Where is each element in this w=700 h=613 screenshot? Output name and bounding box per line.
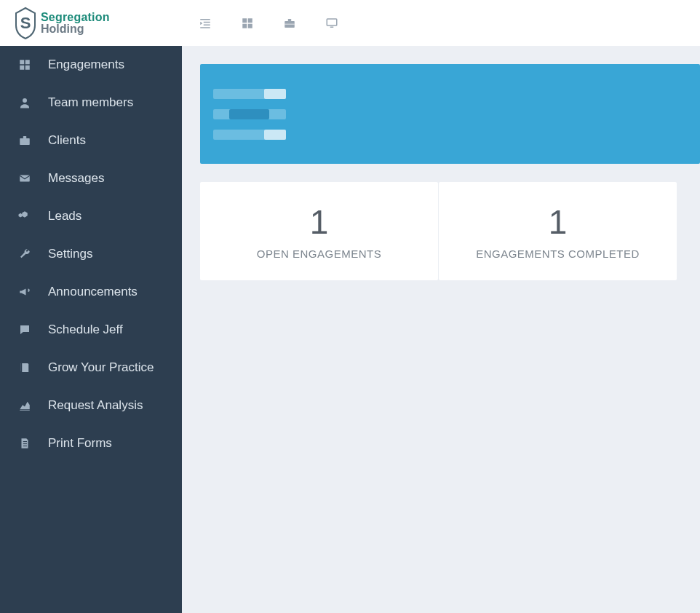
svg-rect-7 — [242, 23, 247, 28]
sidebar-item-team-members[interactable]: Team members — [0, 84, 182, 122]
sidebar-item-announcements[interactable]: Announcements — [0, 273, 182, 311]
document-icon — [17, 436, 32, 451]
header: S Segregation Holding — [0, 0, 700, 46]
svg-rect-21 — [20, 175, 30, 182]
stat-open-engagements: 1 OPEN ENGAGEMENTS — [200, 182, 438, 280]
sidebar-item-print-forms[interactable]: Print Forms — [0, 424, 182, 462]
wrench-icon — [17, 247, 32, 261]
logo[interactable]: S Segregation Holding — [13, 7, 110, 40]
svg-rect-12 — [327, 19, 337, 25]
svg-rect-10 — [288, 19, 292, 21]
brand-name-secondary: Holding — [41, 23, 110, 35]
svg-text:S: S — [20, 14, 31, 32]
svg-rect-2 — [204, 21, 210, 23]
hero-card — [200, 64, 700, 164]
sidebar-item-leads[interactable]: Leads — [0, 197, 182, 235]
sidebar-item-label: Clients — [48, 133, 86, 148]
stat-label: OPEN ENGAGEMENTS — [257, 248, 381, 260]
envelope-icon — [17, 171, 32, 186]
svg-rect-4 — [200, 27, 210, 28]
briefcase-icon — [17, 133, 32, 148]
comment-icon — [17, 323, 32, 337]
brand-name-primary: Segregation — [41, 12, 110, 23]
bullhorn-icon — [17, 285, 32, 299]
sidebar-item-label: Engagements — [48, 58, 124, 72]
svg-rect-14 — [20, 60, 24, 64]
stat-value: 1 — [549, 202, 568, 242]
stat-value: 1 — [310, 202, 329, 242]
sidebar-item-engagements[interactable]: Engagements — [0, 46, 182, 84]
top-nav — [182, 16, 339, 31]
svg-rect-15 — [25, 60, 30, 64]
topnav-outdent-icon[interactable] — [198, 16, 212, 31]
areachart-icon — [17, 398, 32, 413]
sidebar-item-label: Schedule Jeff — [48, 323, 123, 337]
sidebar-item-messages[interactable]: Messages — [0, 159, 182, 197]
sidebar-item-schedule-jeff[interactable]: Schedule Jeff — [0, 311, 182, 349]
svg-rect-19 — [20, 138, 30, 145]
topnav-grid-icon[interactable] — [240, 16, 255, 31]
svg-rect-20 — [23, 136, 27, 138]
cubes-icon — [17, 209, 32, 224]
main-content: 1 OPEN ENGAGEMENTS 1 ENGAGEMENTS COMPLET… — [182, 46, 700, 613]
sidebar-item-grow-practice[interactable]: Grow Your Practice — [0, 349, 182, 387]
sidebar-item-label: Settings — [48, 247, 92, 261]
topnav-monitor-icon[interactable] — [325, 16, 339, 31]
svg-rect-6 — [248, 18, 252, 23]
sidebar-item-label: Announcements — [48, 285, 138, 299]
stat-label: ENGAGEMENTS COMPLETED — [476, 248, 640, 260]
sidebar-item-settings[interactable]: Settings — [0, 235, 182, 273]
svg-rect-3 — [204, 24, 210, 25]
svg-rect-5 — [242, 18, 247, 23]
svg-rect-1 — [200, 19, 210, 20]
sidebar-item-label: Request Analysis — [48, 398, 143, 413]
logo-mark-icon: S — [13, 7, 38, 40]
svg-rect-13 — [330, 26, 334, 28]
svg-rect-25 — [23, 446, 27, 446]
sidebar-item-label: Print Forms — [48, 436, 112, 451]
sidebar-item-label: Messages — [48, 171, 104, 186]
server-bars-icon — [213, 89, 286, 140]
sidebar-item-label: Team members — [48, 95, 133, 110]
svg-rect-17 — [25, 66, 30, 70]
stats-row: 1 OPEN ENGAGEMENTS 1 ENGAGEMENTS COMPLET… — [200, 182, 677, 280]
svg-rect-16 — [20, 66, 24, 70]
sidebar-item-clients[interactable]: Clients — [0, 122, 182, 159]
book-icon — [17, 360, 32, 375]
svg-rect-11 — [285, 23, 295, 24]
svg-rect-24 — [23, 443, 27, 444]
sidebar: Engagements Team members Clients Message… — [0, 46, 182, 613]
sidebar-item-label: Grow Your Practice — [48, 360, 154, 375]
svg-point-18 — [23, 98, 27, 103]
logo-area: S Segregation Holding — [0, 0, 182, 46]
svg-rect-8 — [248, 23, 252, 28]
svg-rect-23 — [23, 441, 27, 442]
grid-icon — [17, 58, 32, 72]
svg-rect-22 — [21, 363, 23, 372]
sidebar-item-request-analysis[interactable]: Request Analysis — [0, 387, 182, 424]
user-icon — [17, 95, 32, 110]
topnav-briefcase-icon[interactable] — [282, 16, 297, 31]
stat-engagements-completed: 1 ENGAGEMENTS COMPLETED — [439, 182, 677, 280]
sidebar-item-label: Leads — [48, 209, 81, 224]
